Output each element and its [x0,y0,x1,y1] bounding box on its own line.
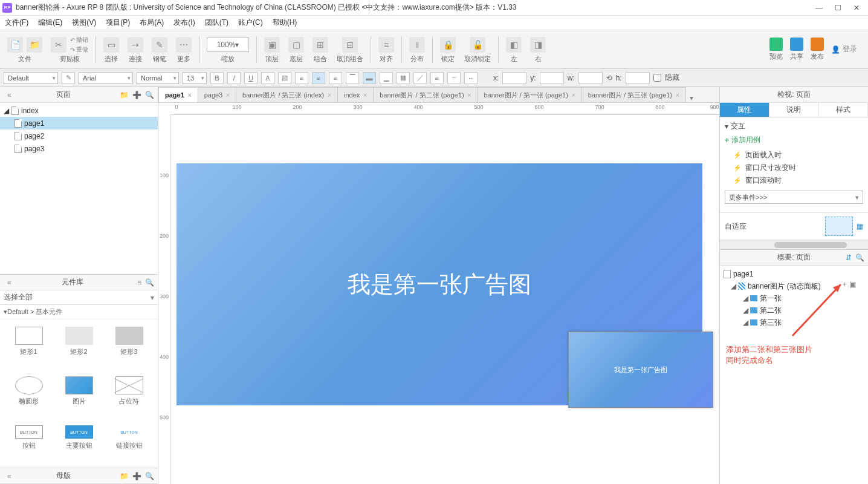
tg-lock[interactable]: 🔒锁定 [436,33,459,66]
undo-icon[interactable]: ↶ [70,37,75,44]
lib-placeholder[interactable]: 占位符 [104,373,154,420]
cut-icon[interactable]: ✂ [51,37,66,53]
lock-aspect-icon[interactable]: ⟲ [606,74,612,82]
line-width-button[interactable]: ≡ [430,72,444,84]
close-icon[interactable]: × [363,92,367,99]
group-icon[interactable]: ⊞ [313,37,328,53]
tg-bottom[interactable]: ▢底层 [285,33,308,66]
event-page-load[interactable]: 页面载入时 [725,149,863,162]
page-index[interactable]: ◢index [0,104,158,117]
outline-state-3[interactable]: ◢第三张 [721,316,867,329]
bring-front-icon[interactable]: ▣ [264,37,280,53]
search-icon[interactable]: 🔍 [145,91,154,99]
italic-button[interactable]: I [227,72,241,84]
tab-banner3-index[interactable]: banner图片 / 第三张 (index)× [236,87,338,102]
lib-breadcrumb[interactable]: ▾ Default > 基本元件 [0,305,158,319]
lib-rect1[interactable]: 矩形1 [4,323,54,370]
zoom-select[interactable]: 100% ▾ [207,38,249,52]
tg-align[interactable]: ≡对齐 [375,33,398,66]
unlock-icon[interactable]: 🔓 [470,37,485,53]
menu-edit[interactable]: 编辑(E) [38,18,62,28]
size-select[interactable]: 13 [183,72,207,84]
redo-icon[interactable]: ↷ [70,47,75,53]
add-page-icon[interactable]: ➕ [132,91,141,99]
valign-top-button[interactable]: ▔ [346,72,359,84]
tg-unlock[interactable]: 🔓取消锁定 [461,33,494,66]
menu-project[interactable]: 项目(P) [106,18,130,28]
event-window-scroll[interactable]: 窗口滚动时 [725,174,863,187]
style-edit-icon[interactable]: ✎ [62,72,75,84]
search-icon[interactable]: 🔍 [145,472,154,480]
line-style-button[interactable]: ┄ [447,72,461,84]
valign-bot-button[interactable]: ▁ [380,72,393,84]
thumbnail-overlay[interactable]: 我是第一张广告图 [568,332,713,408]
canvas[interactable]: 我是第一张广告图 我是第一张广告图 [170,115,719,484]
lib-rect3[interactable]: 矩形3 [104,323,154,370]
close-icon[interactable]: × [328,92,331,99]
tab-properties[interactable]: 属性 [720,103,769,117]
open-file-icon[interactable]: 📁 [27,37,42,53]
menu-team[interactable]: 团队(T) [205,18,228,28]
interactions-header[interactable]: ▾交互 [725,121,863,131]
tg-group[interactable]: ⊞组合 [309,33,332,66]
tg-connect[interactable]: ⇢连接 [124,33,147,66]
close-icon[interactable]: × [468,92,471,99]
duplicate-state-icon[interactable]: ▣ [849,280,856,289]
tg-more[interactable]: ⋯更多 [172,33,195,66]
lib-select-all[interactable]: 选择全部 [0,290,158,305]
tg-file[interactable]: 📄📁 文件 [4,33,46,66]
align-right-button[interactable]: ≡ [329,72,342,84]
menu-account[interactable]: 账户(C) [238,18,263,28]
close-icon[interactable]: × [188,92,192,99]
adaptive-add-icon[interactable]: ▦ [857,222,863,231]
send-back-icon[interactable]: ▢ [288,37,304,53]
menu-help[interactable]: 帮助(H) [273,18,297,28]
underline-button[interactable]: U [244,72,257,84]
tg-distribute[interactable]: ⫴分布 [406,33,429,66]
menu-publish[interactable]: 发布(I) [173,18,195,28]
tg-ungroup[interactable]: ⊟取消组合 [333,33,367,66]
event-window-resize[interactable]: 窗口尺寸改变时 [725,162,863,174]
add-folder-icon[interactable]: 📁 [120,472,129,480]
tab-notes[interactable]: 说明 [769,103,819,117]
style-select[interactable]: Default [4,72,58,84]
tg-clipboard[interactable]: ✂ ↶撤销 ↷重做 剪贴板 [47,33,92,66]
add-folder-icon[interactable]: 📁 [120,91,129,99]
tab-index[interactable]: index× [337,87,374,102]
valign-mid-button[interactable]: ▬ [363,72,376,84]
inspector-scrollbar[interactable] [720,240,868,249]
page-page2[interactable]: page2 [0,129,158,142]
align-left-icon[interactable]: ◧ [506,37,522,53]
share-button[interactable]: 共享 [790,38,803,61]
outline-state-1[interactable]: ◢第一张 [721,292,867,304]
publish-button[interactable]: 发布 [811,38,824,61]
close-icon[interactable]: × [572,92,575,99]
search-icon[interactable]: 🔍 [855,253,864,262]
select-icon[interactable]: ▭ [103,37,119,53]
filter-icon[interactable]: ⇵ [846,253,852,262]
distribute-icon[interactable]: ⫴ [409,37,425,53]
menu-file[interactable]: 文件(F) [5,18,28,28]
align-right-icon[interactable]: ◨ [530,37,546,53]
tg-pen[interactable]: ✎钢笔 [148,33,171,66]
w-input[interactable] [578,72,603,84]
maximize-icon[interactable]: ☐ [835,4,841,12]
lib-image[interactable]: 图片 [54,373,104,420]
hide-checkbox[interactable] [653,74,661,82]
tab-banner2-page1[interactable]: banner图片 / 第二张 (page1)× [373,87,478,102]
page-page1[interactable]: page1 [0,117,158,129]
h-input[interactable] [626,72,650,84]
lib-ellipse[interactable]: 椭圆形 [4,373,54,420]
outline-page[interactable]: page1 [721,268,867,280]
new-file-icon[interactable]: 📄 [7,37,23,53]
close-icon[interactable]: × [676,92,679,99]
font-color-button[interactable]: A [261,72,274,84]
outline-action-icons[interactable]: +▣ [843,280,856,289]
weight-select[interactable]: Normal [137,72,179,84]
lib-primary-button[interactable]: BUTTON主要按钮 [54,422,104,464]
lib-menu-icon[interactable]: ≡ [137,278,141,287]
tg-select[interactable]: ▭选择 [100,33,123,66]
add-master-icon[interactable]: ➕ [132,472,141,480]
bg-color-button[interactable]: ▨ [278,72,291,84]
align-icon[interactable]: ≡ [378,37,394,53]
